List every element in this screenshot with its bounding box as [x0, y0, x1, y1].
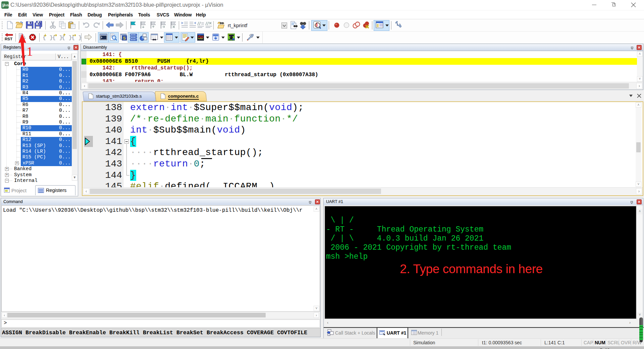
svg-text:{ }: { }: [52, 35, 63, 41]
svg-text:{ }: { }: [62, 35, 72, 41]
svg-text:{ }: { }: [43, 35, 53, 41]
svg-text:S: S: [123, 36, 126, 41]
svg-text:{ }: { }: [71, 35, 82, 41]
svg-text:RST: RST: [5, 37, 12, 41]
